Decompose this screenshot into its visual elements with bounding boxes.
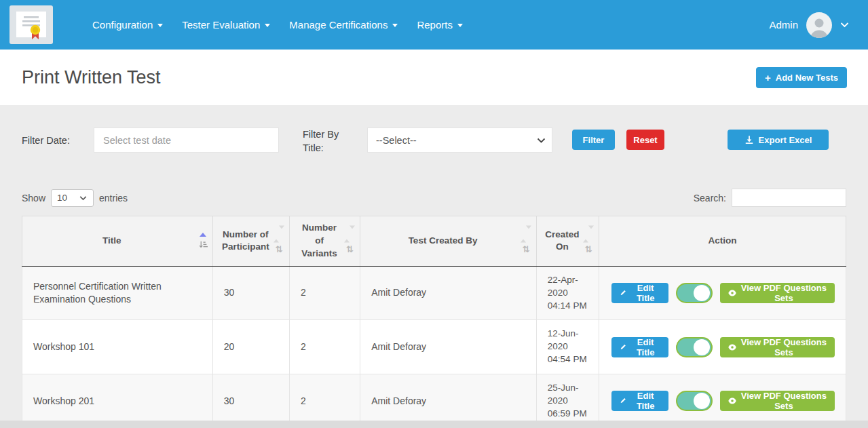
add-new-tests-button[interactable]: + Add New Tests [756,67,847,88]
caret-down-icon [392,24,398,27]
table-controls: Show 10 entries Search: [22,189,846,207]
sort-both-icon: ⇅ [276,245,283,254]
search-box: Search: [694,189,846,207]
sort-both-icon: ⇅ [346,245,354,254]
filter-title-label: Filter By Title: [303,128,352,155]
nav-item-reports[interactable]: Reports [407,12,472,37]
main-content: Filter Date: Filter By Title: --Select--… [0,105,868,428]
certificate-icon [16,11,47,39]
sort-desc-icon [588,226,594,239]
filter-title-select[interactable]: --Select-- [367,128,552,153]
sort-amount-icon [199,240,208,249]
tests-table: Title Number of Participant [22,216,846,428]
edit-title-button[interactable]: Edit Title [611,283,668,303]
column-header-created-on[interactable]: Created On ⇅ [536,216,599,267]
toggle-knob [694,285,710,301]
main-menu: Configuration Tester Evaluation Manage C… [83,12,472,37]
toggle-knob [694,393,710,409]
filter-bar: Filter Date: Filter By Title: --Select--… [22,128,846,155]
caret-down-icon [157,24,163,27]
sort-asc-icon [273,229,279,243]
cell-title: Personnel Certification Written Examinat… [22,266,213,320]
reset-button[interactable]: Reset [626,130,664,150]
status-toggle[interactable] [676,337,713,357]
sort-asc-icon [344,229,350,243]
toggle-knob [694,339,710,355]
page-length-select[interactable]: 10 [51,189,94,207]
filter-button[interactable]: Filter [572,130,615,150]
filter-date-input[interactable] [94,128,279,153]
filter-date-label: Filter Date: [22,128,94,148]
cell-created-on: 22-Apr-2020 04:14 PM [536,266,599,320]
plus-icon: + [765,72,771,83]
table-row: Personnel Certification Written Examinat… [22,266,846,320]
cell-action: Edit Title View PDF Questions Sets [599,266,846,320]
sort-desc-icon [350,226,355,239]
nav-item-tester-evaluation[interactable]: Tester Evaluation [172,12,280,37]
sort-asc-icon [521,229,526,243]
sort-asc-icon [583,229,588,243]
top-navbar: Configuration Tester Evaluation Manage C… [0,0,868,50]
cell-variants: 2 [289,266,360,320]
cell-created-by: Amit Deforay [360,266,537,320]
eye-icon [728,289,736,297]
search-input[interactable] [732,189,846,207]
pencil-icon [620,289,626,297]
sort-asc-active-icon [200,233,206,237]
filter-title-select-control[interactable]: --Select-- [367,128,552,153]
page-length-select-control[interactable]: 10 [51,189,94,207]
cell-created-on: 12-Jun-2020 04:54 PM [536,320,599,374]
sort-both-icon: ⇅ [585,245,592,254]
entries-label: entries [99,193,128,203]
cell-created-by: Amit Deforay [360,320,537,374]
page-header: Print Written Test + Add New Tests [0,50,868,105]
cell-participants: 20 [212,320,289,374]
app-logo[interactable] [10,5,53,44]
export-excel-button[interactable]: Export Excel [728,130,829,150]
user-menu[interactable]: Admin [769,12,849,38]
window-footer [0,421,868,428]
nav-item-manage-certifications[interactable]: Manage Certifications [280,12,407,37]
column-header-variants[interactable]: Number of Variants ⇅ [289,216,360,267]
cell-title: Workshop 101 [22,320,213,374]
pencil-icon [620,397,626,405]
edit-title-button[interactable]: Edit Title [611,337,668,357]
nav-item-configuration[interactable]: Configuration [83,12,172,37]
cell-action: Edit Title View PDF Questions Sets [599,320,846,374]
caret-down-icon [457,24,463,27]
status-toggle[interactable] [676,283,713,303]
view-pdf-questions-button[interactable]: View PDF Questions Sets [720,391,835,411]
chevron-down-icon [840,22,849,28]
column-header-action: Action [599,216,846,267]
cell-participants: 30 [212,266,289,320]
column-header-participants[interactable]: Number of Participant ⇅ [212,216,289,267]
pencil-icon [620,343,626,351]
download-icon [744,135,754,144]
user-name: Admin [769,19,798,31]
table-row: Workshop 101 20 2 Amit Deforay 12-Jun-20… [22,320,846,374]
eye-icon [728,343,736,351]
edit-title-button[interactable]: Edit Title [611,391,668,411]
show-label: Show [22,193,45,203]
caret-down-icon [265,24,270,27]
avatar [806,12,832,38]
view-pdf-questions-button[interactable]: View PDF Questions Sets [720,337,835,357]
cell-variants: 2 [289,320,360,374]
search-label: Search: [694,193,726,203]
status-toggle[interactable] [676,391,713,411]
column-header-created-by[interactable]: Test Created By ⇅ [360,216,537,267]
table-header-row: Title Number of Participant [22,216,846,267]
sort-desc-icon [279,226,284,239]
sort-both-icon: ⇅ [522,245,529,254]
sort-desc-icon [526,226,531,239]
view-pdf-questions-button[interactable]: View PDF Questions Sets [720,283,835,303]
eye-icon [728,397,736,405]
person-icon [808,15,831,38]
page-title: Print Written Test [22,67,161,88]
column-header-title[interactable]: Title [22,216,213,267]
